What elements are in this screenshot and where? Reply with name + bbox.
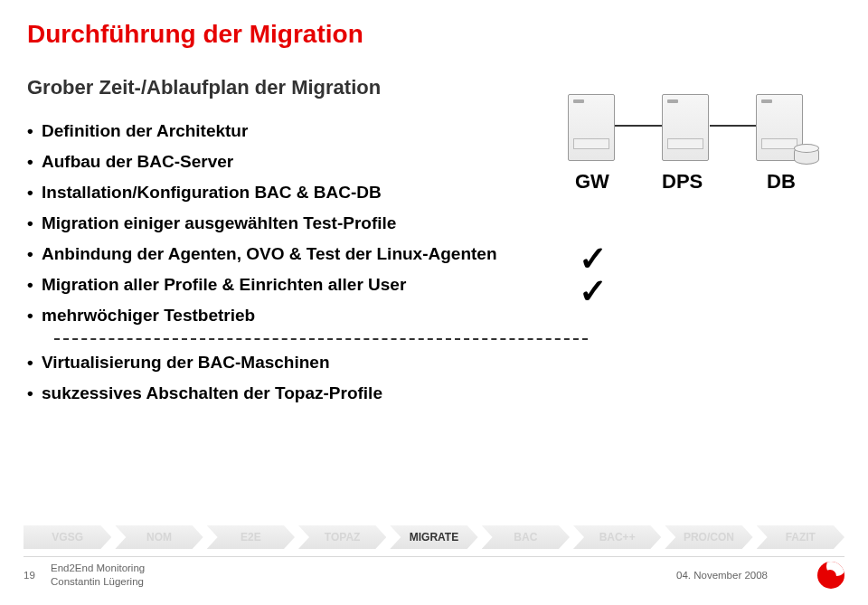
vodafone-logo-icon: [817, 562, 844, 589]
footer-author: Constantin Lügering: [51, 575, 673, 589]
connector-line: [710, 125, 757, 127]
nav-step-procon: PRO/CON: [665, 525, 752, 549]
database-icon: [794, 147, 819, 165]
slide-footer: 19 End2End Monitoring Constantin Lügerin…: [24, 556, 844, 592]
progress-nav: VGSG NOM E2E TOPAZ MIGRATE BAC BAC++ PRO…: [24, 525, 844, 549]
list-item: mehrwöchiger Testbetrieb: [27, 300, 868, 331]
server-icon: [568, 94, 615, 161]
nav-step-fazit: FAZIT: [757, 525, 844, 549]
nav-step-migrate: MIGRATE: [390, 525, 477, 549]
list-item: sukzessives Abschalten der Topaz-Profile: [27, 378, 868, 409]
diagram-label-db: DB: [767, 170, 796, 194]
server-icon: [662, 94, 709, 161]
footer-date: 04. November 2008: [673, 570, 817, 581]
architecture-diagram: GW DPS DB: [561, 89, 841, 251]
page-number: 19: [24, 570, 51, 581]
nav-step-bac: BAC: [482, 525, 570, 549]
nav-step-topaz: TOPAZ: [298, 525, 386, 549]
diagram-label-gw: GW: [575, 170, 609, 194]
nav-step-bacpp: BAC++: [573, 525, 661, 549]
diagram-label-dps: DPS: [662, 170, 703, 194]
check-icon: ✓: [579, 241, 608, 276]
divider: [54, 338, 588, 340]
list-item: Virtualisierung der BAC-Maschinen: [27, 347, 868, 378]
footer-title: End2End Monitoring: [51, 562, 673, 575]
list-item: Migration aller Profile & Einrichten all…: [27, 269, 868, 300]
nav-step-e2e: E2E: [207, 525, 295, 549]
nav-step-vgsg: VGSG: [24, 525, 111, 549]
nav-step-nom: NOM: [115, 525, 203, 549]
slide-title: Durchführung der Migration: [0, 0, 868, 49]
connector-line: [615, 125, 662, 127]
check-icon: ✓: [579, 274, 608, 308]
